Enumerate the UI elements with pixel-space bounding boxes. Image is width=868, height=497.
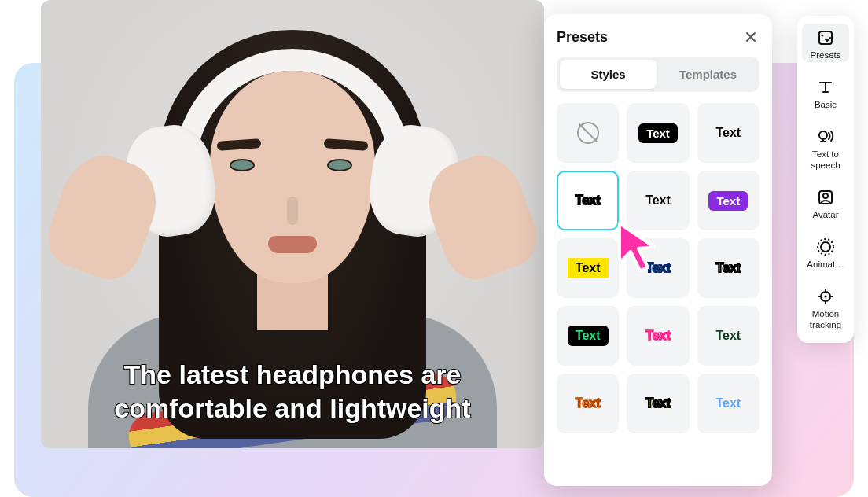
style-swatch: Text — [715, 261, 741, 275]
svg-point-1 — [819, 131, 827, 139]
sidebar-item-basic[interactable]: Basic — [802, 73, 849, 112]
text-icon — [816, 78, 835, 97]
style-tile-green-on-dark[interactable]: Text — [557, 306, 619, 366]
style-swatch: Text — [715, 126, 741, 140]
style-tile-dark-green[interactable]: Text — [697, 306, 760, 366]
tab-templates[interactable]: Templates — [660, 60, 756, 89]
panel-header: Presets — [557, 28, 760, 46]
style-tile-white-blackout[interactable]: Text — [697, 238, 760, 298]
target-icon — [816, 287, 835, 306]
sidebar-item-label: Basic — [802, 100, 849, 110]
style-swatch: Text — [715, 329, 741, 343]
style-swatch: Text — [708, 191, 748, 211]
tab-switch: Styles Templates — [557, 57, 760, 92]
style-tile-yellow-black[interactable]: Text — [557, 238, 619, 298]
sidebar-item-presets[interactable]: Presets — [802, 24, 849, 62]
style-tile-orange-outline[interactable]: Text — [557, 374, 619, 433]
style-swatch: Text — [645, 329, 671, 343]
style-swatch: Text — [638, 123, 678, 143]
style-tile-outline-black[interactable]: Text — [557, 171, 619, 230]
style-swatch: Text — [576, 396, 601, 410]
sidebar-item-label: Text to speech — [802, 149, 849, 170]
style-grid: Text Text Text Text Text Text Text Text … — [557, 103, 760, 433]
style-swatch: Text — [645, 396, 671, 410]
svg-point-3 — [823, 193, 828, 198]
sidebar-item-animate[interactable]: Animat… — [802, 233, 849, 271]
style-tile-center-black[interactable]: Text — [627, 171, 689, 230]
presets-panel: Presets Styles Templates Text Text Text … — [544, 14, 772, 486]
tab-styles[interactable]: Styles — [560, 60, 657, 89]
none-icon — [577, 122, 599, 144]
style-swatch: Text — [645, 193, 671, 208]
sidebar-item-label: Motion tracking — [802, 309, 849, 329]
svg-point-7 — [824, 296, 826, 298]
speech-icon — [816, 127, 835, 146]
style-tile-pink-outline[interactable]: Text — [627, 306, 689, 366]
style-swatch: Text — [715, 396, 741, 410]
style-swatch: Text — [576, 193, 601, 208]
panel-title: Presets — [557, 29, 608, 46]
style-swatch: Text — [645, 261, 671, 275]
style-tile-yellow-blackout[interactable]: Text — [627, 374, 689, 433]
close-icon[interactable] — [742, 28, 760, 46]
style-tile-purple-pill[interactable]: Text — [697, 171, 760, 230]
sidebar-item-label: Presets — [802, 50, 849, 61]
svg-point-4 — [821, 242, 830, 252]
animate-icon — [816, 237, 835, 256]
style-tile-none[interactable] — [557, 103, 619, 163]
avatar-icon — [816, 188, 835, 207]
sidebar-item-label: Avatar — [802, 210, 849, 220]
style-tile-light-blue[interactable]: Text — [697, 374, 760, 433]
style-tile-plain-black[interactable]: Text — [697, 103, 760, 163]
caption-text[interactable]: The latest headphones are comfortable an… — [66, 358, 519, 425]
style-swatch: Text — [568, 326, 609, 346]
style-swatch: Text — [568, 258, 609, 278]
sidebar-item-label: Animat… — [802, 260, 849, 270]
sidebar-item-motion-tracking[interactable]: Motion tracking — [802, 282, 849, 331]
video-canvas[interactable]: The latest headphones are comfortable an… — [41, 0, 544, 448]
style-tile-blue-outline[interactable]: Text — [627, 238, 689, 298]
style-tile-black-pill[interactable]: Text — [627, 103, 689, 163]
sidebar-item-avatar[interactable]: Avatar — [802, 183, 849, 222]
right-sidebar: Presets Basic Text to speech Avatar Anim… — [797, 16, 854, 343]
illustration-lips — [268, 236, 317, 253]
presets-icon — [816, 28, 835, 47]
sidebar-item-tts[interactable]: Text to speech — [802, 123, 849, 171]
